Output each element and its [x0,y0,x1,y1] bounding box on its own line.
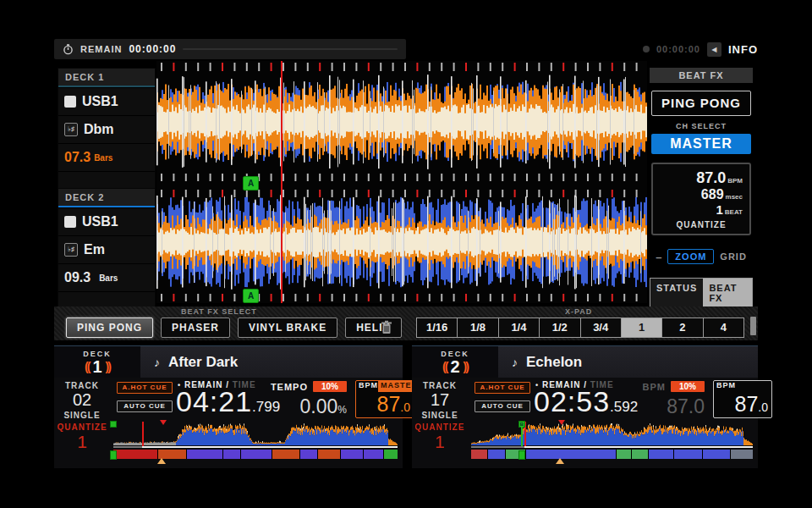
phrase-segment [300,450,317,459]
beat-fx-panel: BEAT FX PING PONG CH SELECT MASTER 87.0B… [650,68,753,306]
deck2-bpm-left-value: 87.0 [603,396,705,417]
main-waveform-zone[interactable]: A A [156,61,647,303]
ch-select-label: CH SELECT [650,122,753,130]
zoom-button[interactable]: ZOOM [667,249,714,264]
deck1-tempo-range-badge: 10% [313,381,347,392]
deck2-overview-waveform[interactable] [471,423,753,445]
info-back-icon[interactable]: ◀ [707,42,721,57]
stopwatch-icon [63,44,74,55]
trash-icon[interactable] [381,320,392,334]
x-pad-cell-1[interactable]: 1 [622,318,662,338]
deck2-bpm-value: 87.0 [714,392,771,419]
deck2-overview-wrap: B [471,423,753,445]
fx-msec-value: 689 [701,187,724,202]
phrase-segment [703,450,730,459]
deck1-track-label: TRACK [54,381,110,390]
deck2-progress-line [471,446,753,448]
overview-playhead [142,422,144,447]
deck2-hot-cue-indicator: A.HOT CUE [475,382,530,394]
fx-beat-unit: BEAT [725,208,743,216]
deck1-number: 1 [92,358,102,375]
deck1-bars-value: 07.3 [64,150,91,165]
x-pad-cell-3-4[interactable]: 3/4 [581,318,622,338]
status-dot [643,46,650,52]
right-paren-icon: )) [464,361,468,373]
deck1-tempo-value: 0.00% [245,396,347,417]
track-progress-line [183,48,398,50]
deck1-quantize-label: QUANTIZE [54,422,110,432]
phrase-segment [187,450,222,459]
deck1-bpm-label: BPM [356,381,378,392]
phrase-segment [223,450,240,459]
deck1-overview-waveform[interactable] [113,423,398,445]
fx-msec-unit: msec [726,193,743,201]
deck1-hot-cue-indicator: A.HOT CUE [117,382,173,394]
phrase-segment [364,450,383,459]
current-position-triangle-icon [160,420,167,425]
deck2-bpm-box: BPM 87.0 [713,380,772,418]
deck1-bars-unit: Bars [94,153,112,163]
x-pad-cell-1-4[interactable]: 1/4 [499,318,540,338]
deck2-box-title: DECK 2 [58,189,155,206]
x-pad-cell-1-8[interactable]: 1/8 [458,318,498,338]
deck2-key: Em [84,242,105,257]
phrase-segment [113,450,157,459]
status-beatfx-value[interactable]: BEAT FX [703,279,752,307]
deck2-tempo-range-badge: 10% [671,381,705,392]
dual-waveform-display[interactable] [156,61,647,303]
deck2-bpm-left-label: BPM [612,382,666,392]
remain-value: 00:00:00 [129,43,176,55]
x-pad-label: X-PAD [565,307,592,316]
deck1-key-row: ♭♯ Dbm [58,115,155,143]
phrase-segment [617,450,630,459]
right-paren-icon: )) [106,361,110,373]
phrase-segment [318,450,340,459]
left-paren-icon: (( [442,361,447,373]
selected-fx-display[interactable]: PING PONG [651,91,751,116]
phrase-position-triangle-icon [157,449,166,464]
fx-button-helix[interactable]: HELIX [345,318,401,338]
fx-beat-value: 1 [716,202,722,217]
left-paren-icon: (( [85,361,89,373]
deck2-player-header: DECK ((2)) ♪ Echelon [412,346,758,378]
deck2-auto-cue-indicator: AUTO CUE [475,400,530,412]
phrase-segment [471,450,487,459]
info-button[interactable]: INFO [728,43,758,56]
zoom-minus-button[interactable]: – [656,251,661,263]
channel-select-button[interactable]: MASTER [651,134,751,154]
deck1-overview-wrap [113,423,398,445]
zoom-grid-row: – ZOOM GRID [650,249,753,264]
fx-quantize-label: QUANTIZE [660,220,743,229]
phrase-segment [526,450,617,459]
secondary-time: 00:00:00 [656,44,700,54]
grid-button[interactable]: GRID [720,251,747,262]
deck2-phrase-bar [471,450,753,459]
status-toggle[interactable]: STATUS BEAT FX [650,278,753,308]
x-pad-cell-1-2[interactable]: 1/2 [540,318,580,338]
deck1-phrase-bar [113,450,398,459]
deck1-quantize-value: 1 [54,432,110,452]
strip-scrollbar[interactable] [750,317,756,335]
deck2-quantize-label: QUANTIZE [412,422,468,432]
deck1-bpm-value: 87.0 [356,392,414,419]
beat-fx-select-label: BEAT FX SELECT [181,307,257,316]
x-pad-cell-1-16[interactable]: 1/16 [416,318,458,338]
status-row: STATUS BEAT FX [650,278,753,308]
x-pad-cell-4[interactable]: 4 [704,318,744,338]
fx-button-vinyl-brake[interactable]: VINYL BRAKE [238,318,337,338]
phrase-segment [632,450,648,459]
x-pad-cell-2[interactable]: 2 [662,318,703,338]
fx-button-phaser[interactable]: PHASER [161,318,230,338]
status-label[interactable]: STATUS [650,279,703,307]
deck1-info-box: DECK 1 USB1 ♭♯ Dbm 07.3 Bars [58,68,156,200]
deck2-key-row: ♭♯ Em [58,235,155,263]
deck2-info-row: TRACK 17 SINGLE A.HOT CUE AUTO CUE • REM… [412,378,758,422]
phrase-segment [241,450,272,459]
beat-fx-header: BEAT FX [650,68,753,83]
deck2-deck-label: DECK [441,350,469,358]
deck1-info-row: TRACK 02 SINGLE A.HOT CUE AUTO CUE • REM… [54,378,403,422]
phrase-position-triangle-icon [556,449,564,464]
fx-button-ping-pong[interactable]: PING PONG [66,318,153,338]
remain-time-bar: REMAIN 00:00:00 [54,39,406,59]
music-note-icon: ♪ [154,356,160,369]
